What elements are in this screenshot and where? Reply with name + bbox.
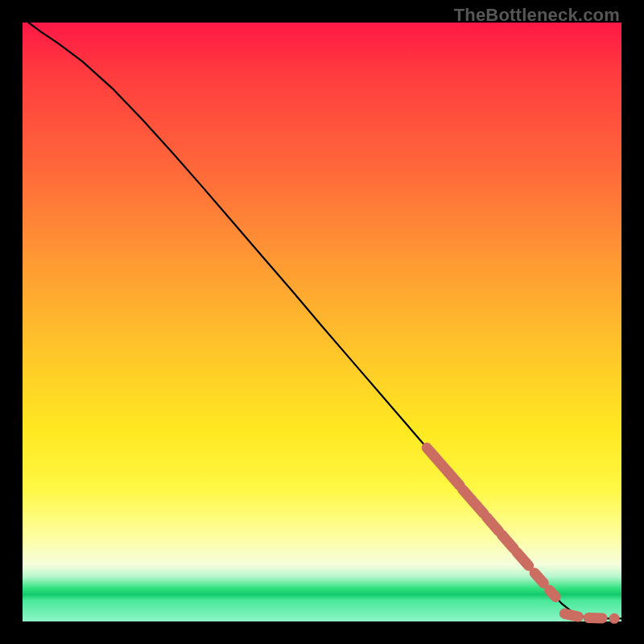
- data-marker: [609, 613, 620, 624]
- data-marker: [550, 590, 555, 597]
- watermark: TheBottleneck.com: [454, 5, 620, 26]
- markers-group: [427, 448, 619, 624]
- data-marker: [463, 489, 484, 514]
- curve-line: [28, 23, 621, 618]
- data-marker: [564, 613, 578, 617]
- chart-overlay: [23, 23, 621, 621]
- data-marker: [502, 535, 514, 548]
- chart-stage: TheBottleneck.com: [0, 0, 644, 644]
- data-marker: [535, 573, 543, 584]
- data-marker: [448, 472, 460, 485]
- data-marker: [487, 518, 499, 531]
- data-marker: [517, 552, 529, 566]
